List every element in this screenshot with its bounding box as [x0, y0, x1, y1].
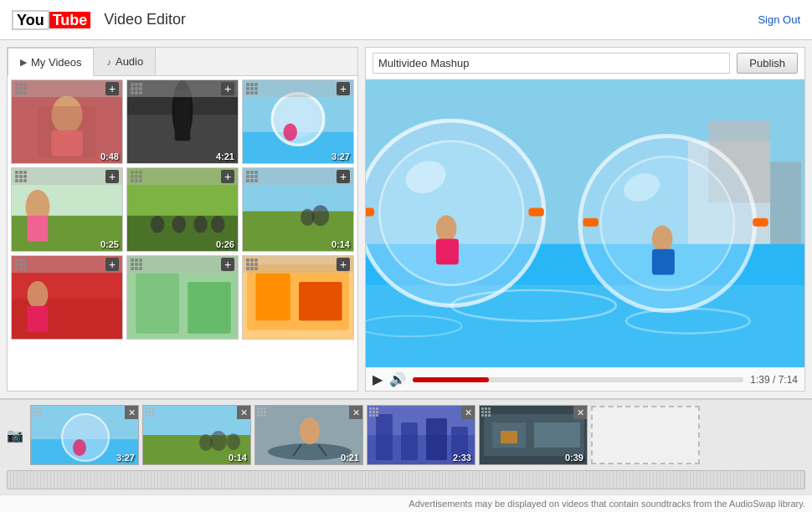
- thumb-duration-2: 4:21: [216, 151, 234, 161]
- grid-icon-3: [246, 83, 258, 95]
- add-video-4-btn[interactable]: +: [105, 170, 119, 183]
- clip-grid-icon-4: [369, 407, 378, 417]
- svg-rect-40: [255, 274, 290, 321]
- thumb-duration-5: 0:26: [216, 239, 234, 249]
- timeline-clip-4[interactable]: ✕ 2:33: [367, 405, 475, 465]
- clip-inner-2: 0:14: [143, 406, 250, 464]
- grid-icon-5: [131, 171, 142, 182]
- remove-clip-4-btn[interactable]: ✕: [461, 406, 475, 419]
- svg-rect-89: [501, 431, 517, 443]
- thumb-overlay-6: +: [243, 168, 353, 185]
- video-thumb-3[interactable]: + 3:27: [242, 79, 354, 164]
- video-thumb-4[interactable]: + 0:25: [11, 167, 123, 252]
- tab-my-videos[interactable]: ▶ My Videos: [8, 48, 94, 76]
- preview-header: Publish: [366, 48, 804, 79]
- publish-button[interactable]: Publish: [737, 53, 798, 74]
- svg-rect-60: [583, 218, 599, 227]
- add-video-9-btn[interactable]: +: [337, 258, 350, 271]
- video-preview: [366, 79, 804, 367]
- timeline-clip-5[interactable]: ✕ 0:39: [479, 405, 588, 465]
- tab-audio[interactable]: ♪ Audio: [94, 48, 156, 75]
- video-thumb-9[interactable]: +: [242, 255, 354, 340]
- clip-duration-1: 3:27: [116, 453, 135, 463]
- remove-clip-3-btn[interactable]: ✕: [349, 406, 362, 419]
- remove-clip-1-btn[interactable]: ✕: [125, 406, 138, 419]
- sign-out-link[interactable]: Sign Out: [758, 13, 800, 26]
- play-button[interactable]: ▶: [373, 371, 383, 387]
- thumb-overlay-5: +: [127, 168, 238, 185]
- svg-rect-47: [770, 161, 801, 243]
- volume-button[interactable]: 🔊: [389, 371, 406, 387]
- svg-rect-52: [436, 238, 459, 264]
- logo-tube: Tube: [49, 12, 91, 28]
- video-thumb-6[interactable]: + 0:14: [242, 167, 354, 252]
- svg-point-72: [199, 434, 213, 451]
- thumb-overlay-4: +: [12, 168, 122, 185]
- preview-video-frame: [366, 79, 804, 367]
- add-video-8-btn[interactable]: +: [221, 258, 234, 271]
- svg-point-71: [210, 431, 227, 451]
- add-video-6-btn[interactable]: +: [337, 170, 350, 183]
- svg-rect-82: [401, 422, 418, 460]
- timeline-clip-1[interactable]: ✕ 3:27: [30, 405, 139, 465]
- thumb-duration-4: 0:25: [100, 239, 119, 249]
- svg-point-76: [300, 417, 320, 444]
- clip-inner-4: 2:33: [367, 406, 475, 464]
- app-title: Video Editor: [104, 11, 186, 28]
- timeline-clip-2[interactable]: ✕ 0:14: [142, 405, 251, 465]
- footer-notice: Advertisements may be displayed on video…: [0, 494, 812, 512]
- video-thumb-2[interactable]: + 4:21: [126, 79, 239, 164]
- grid-icon-9: [246, 259, 258, 270]
- svg-rect-3: [38, 106, 96, 158]
- svg-rect-41: [299, 282, 342, 320]
- svg-rect-88: [534, 422, 580, 448]
- svg-point-75: [268, 443, 352, 460]
- add-video-3-btn[interactable]: +: [337, 82, 350, 95]
- tab-my-videos-label: My Videos: [31, 56, 81, 69]
- clip-grid-icon-2: [145, 407, 154, 417]
- footer-text: Advertisements may be displayed on video…: [409, 499, 805, 509]
- remove-clip-5-btn[interactable]: ✕: [573, 406, 587, 419]
- logo-you: You: [12, 10, 49, 30]
- clip-duration-4: 2:33: [453, 453, 471, 463]
- remove-clip-2-btn[interactable]: ✕: [237, 406, 250, 419]
- svg-rect-61: [753, 218, 768, 227]
- preview-panel: Publish: [365, 47, 805, 392]
- timeline-clip-3[interactable]: ✕ 0:21: [254, 405, 363, 465]
- clip-duration-3: 0:21: [341, 453, 359, 463]
- add-video-7-btn[interactable]: +: [105, 258, 119, 271]
- svg-point-23: [193, 216, 208, 233]
- svg-point-67: [62, 414, 109, 461]
- timeline-camera-icon: 📷: [7, 428, 23, 443]
- video-title-input[interactable]: [373, 53, 730, 74]
- video-thumb-1[interactable]: + 0:48: [11, 79, 123, 164]
- audio-timeline: [7, 470, 805, 489]
- top-section: ▶ My Videos ♪ Audio: [0, 40, 812, 398]
- add-video-1-btn[interactable]: +: [105, 82, 119, 95]
- progress-bar[interactable]: [413, 377, 743, 382]
- add-video-2-btn[interactable]: +: [221, 82, 234, 95]
- timeline-section: 📷 ✕ 3:27: [0, 398, 812, 494]
- app-header: You Tube Video Editor Sign Out: [0, 0, 812, 40]
- svg-rect-54: [528, 208, 543, 217]
- video-thumb-7[interactable]: +: [11, 255, 123, 340]
- time-display: 1:39 / 7:14: [750, 374, 798, 386]
- add-video-5-btn[interactable]: +: [221, 170, 234, 183]
- grid-icon-2: [131, 83, 142, 95]
- svg-point-12: [283, 124, 297, 141]
- video-thumb-5[interactable]: + 0:26: [126, 167, 239, 252]
- svg-point-73: [227, 433, 240, 450]
- video-thumb-8[interactable]: +: [126, 255, 239, 340]
- svg-point-27: [312, 205, 330, 226]
- left-panel: ▶ My Videos ♪ Audio: [7, 47, 358, 392]
- thumb-overlay-2: +: [127, 80, 238, 97]
- clip-inner-1: 3:27: [31, 406, 138, 464]
- svg-rect-53: [366, 208, 374, 217]
- progress-fill: [413, 377, 489, 382]
- thumb-overlay-3: +: [243, 80, 353, 97]
- svg-rect-17: [28, 216, 49, 242]
- svg-point-68: [73, 439, 86, 456]
- video-tab-icon: ▶: [20, 57, 27, 68]
- thumb-overlay-8: +: [127, 256, 238, 273]
- audio-tab-icon: ♪: [106, 57, 111, 67]
